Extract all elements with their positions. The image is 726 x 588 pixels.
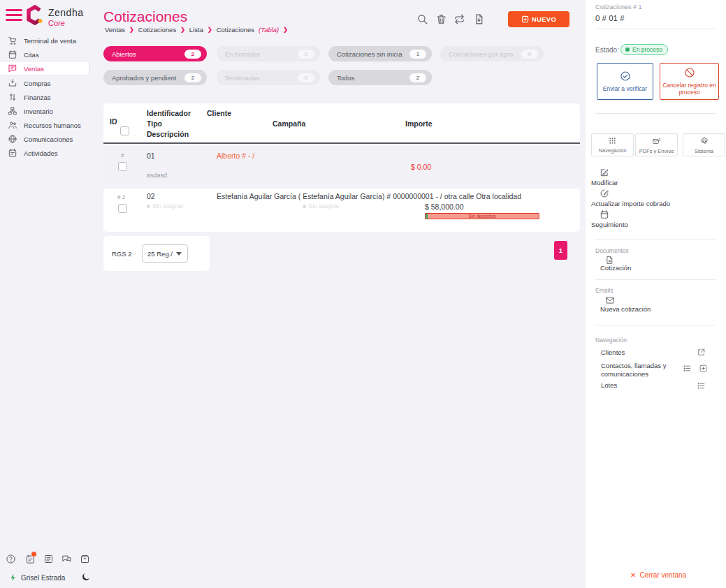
hierarchy-boxes-icon — [8, 106, 17, 116]
page-title: Cotizaciones — [103, 8, 187, 25]
transfer-icon[interactable] — [453, 13, 465, 25]
sidebar-item-label: Terminal de venta — [24, 37, 76, 45]
sidebar-item-recursos-humanos[interactable]: Recursos humanos — [0, 118, 92, 132]
cell-tipo-estado: Sin asignar — [147, 203, 184, 210]
sidebar-item-label: Inventario — [24, 108, 53, 115]
sidebar-item-comunicaciones[interactable]: Comunicaciones — [0, 132, 92, 146]
action-actualizar-importe[interactable]: Actualizar importe cobrado — [591, 200, 670, 207]
breadcrumb-item[interactable]: Ventas — [105, 26, 125, 34]
user-name[interactable]: Grisel Estrada — [21, 574, 65, 582]
archive-box-icon[interactable] — [80, 554, 90, 564]
brand-text: Zendha Core — [48, 7, 83, 27]
documento-cotizacion[interactable]: Cotización — [600, 264, 631, 272]
cell-importe: $ 58,000.00 — [425, 203, 463, 211]
filter-tab-todos[interactable]: Todos2 — [328, 70, 432, 85]
app-logo — [25, 5, 45, 29]
action-seguimiento[interactable]: Seguimiento — [591, 221, 628, 228]
filter-tab-cotizaciones-sin-inicia[interactable]: Cotizaciones sin inicia1 — [328, 46, 432, 61]
deposit-progress-label: Sin depósitos — [426, 214, 539, 219]
arrows-up-down-icon — [8, 92, 17, 102]
filter-tab-aprobados-y-pendient[interactable]: Aprobados y pendient2 — [103, 70, 207, 85]
breadcrumb-item[interactable]: Cotizaciones — [138, 26, 176, 34]
filter-count-badge: 2 — [184, 73, 201, 82]
emails-section-label: Emails — [595, 287, 614, 294]
tab-navegacion[interactable]: Navegación — [591, 133, 634, 156]
filter-tab-en-borrador[interactable]: En borrador0 — [217, 46, 320, 61]
cell-cliente[interactable]: Estefanía Aguilar García ( Estefanía Agu… — [217, 192, 576, 200]
filter-label: En borrador — [225, 50, 260, 58]
tab-sistema[interactable]: Sistema — [683, 133, 725, 156]
breadcrumb-item[interactable]: Cotizaciones — [217, 26, 254, 34]
filter-label: Abiertos — [112, 50, 136, 58]
list-icon[interactable] — [683, 364, 692, 373]
quotes-table: ID Identificador Tipo Descripción Client… — [103, 103, 580, 232]
tab-pdfs-y-envios[interactable]: PDFs y Envíos — [635, 133, 678, 156]
check-circle-icon — [620, 71, 631, 82]
row-checkbox[interactable] — [118, 204, 127, 213]
nav-link-lotes[interactable]: Lotes — [601, 381, 617, 390]
filter-tab-terminadas[interactable]: Terminadas0 — [217, 70, 320, 85]
chat-bubbles-icon[interactable] — [61, 554, 72, 564]
close-window-button[interactable]: ✕ Cerrar ventana — [630, 571, 686, 579]
external-link-icon[interactable] — [697, 348, 706, 357]
page-1-button[interactable]: 1 — [554, 241, 567, 260]
gear-icon — [699, 136, 709, 146]
row-index: # 2 — [117, 194, 125, 200]
filter-tab-cotizaciones-por-apro[interactable]: Cotizaciones por apro0 — [440, 46, 544, 61]
nav-link-clientes[interactable]: Clientes — [601, 348, 625, 357]
filter-tab-abiertos[interactable]: Abiertos2 — [103, 46, 207, 61]
sidebar-item-actividades[interactable]: Actividades — [0, 146, 92, 160]
divider — [595, 113, 716, 114]
status-dot — [625, 47, 630, 52]
chevron-right-icon: ❯ — [283, 27, 288, 33]
email-nueva-cotizacion[interactable]: Nueva cotización — [600, 305, 651, 313]
send-to-verify-button[interactable]: Enviar a verificar — [597, 63, 653, 100]
nav-link-contactos[interactable]: Contactos, llamadas y comunicaciones — [601, 362, 679, 378]
calendar-note-icon — [8, 148, 17, 158]
hamburger-menu-icon[interactable] — [6, 9, 22, 22]
people-icon — [8, 120, 17, 130]
sidebar-item-finanzas[interactable]: Finanzas — [0, 90, 92, 104]
grid-dots-icon — [608, 136, 617, 145]
envelope-icon — [605, 295, 615, 305]
table-row[interactable]: # 2 02 Sin asignar Estefanía Aguilar Gar… — [103, 189, 580, 230]
dark-mode-moon-icon[interactable] — [81, 572, 91, 582]
col-header-id: ID — [110, 117, 117, 126]
notes-icon[interactable] — [43, 554, 54, 564]
plus-box-icon[interactable] — [699, 364, 708, 373]
col-header-importe: Importe — [405, 119, 433, 128]
filter-count-badge: 0 — [521, 50, 538, 59]
divider — [595, 325, 716, 325]
chevron-right-icon: ❯ — [129, 27, 134, 33]
help-circle-icon[interactable] — [6, 554, 16, 564]
action-modificar[interactable]: Modificar — [591, 179, 618, 186]
slash-circle-icon — [684, 67, 695, 78]
trash-icon[interactable] — [435, 13, 447, 25]
new-button[interactable]: NUEVO — [508, 11, 569, 27]
table-row[interactable]: # 01 asdasd Alberto # - / $ 0.00 — [103, 145, 580, 189]
detail-panel: Cotizaciones # 1 0 # 01 # Estado: En pro… — [586, 0, 726, 588]
list-icon[interactable] — [697, 381, 706, 390]
sidebar-item-citas[interactable]: Citas — [0, 47, 92, 61]
sidebar-item-compras[interactable]: Compras — [0, 76, 92, 90]
sidebar-item-inventario[interactable]: Inventario — [0, 104, 92, 118]
sidebar-item-ventas[interactable]: Ventas — [0, 61, 89, 76]
table-header-row: ID Identificador Tipo Descripción Client… — [103, 103, 580, 144]
sidebar-item-label: Citas — [24, 51, 39, 59]
sidebar-item-label: Comunicaciones — [24, 135, 73, 143]
export-file-icon[interactable] — [473, 13, 485, 25]
breadcrumb-item[interactable]: Lista — [189, 26, 203, 34]
cell-description: asdasd — [147, 172, 167, 179]
search-icon[interactable] — [416, 13, 428, 25]
per-page-select[interactable]: 25 Reg./ — [142, 244, 188, 263]
cell-identifier: 01 — [147, 152, 155, 160]
cancel-record-button[interactable]: Cancelar registro en proceso — [660, 63, 719, 100]
sidebar-item-terminal-de-venta[interactable]: Terminal de venta — [0, 34, 92, 47]
cell-cliente[interactable]: Alberto # - / — [217, 152, 254, 160]
col-header-cliente: Cliente — [207, 109, 231, 117]
notification-badge — [31, 551, 37, 557]
select-all-checkbox[interactable] — [120, 126, 129, 135]
row-checkbox[interactable] — [118, 162, 127, 171]
status-badge: En proceso — [620, 44, 668, 55]
cart-icon — [8, 36, 17, 45]
